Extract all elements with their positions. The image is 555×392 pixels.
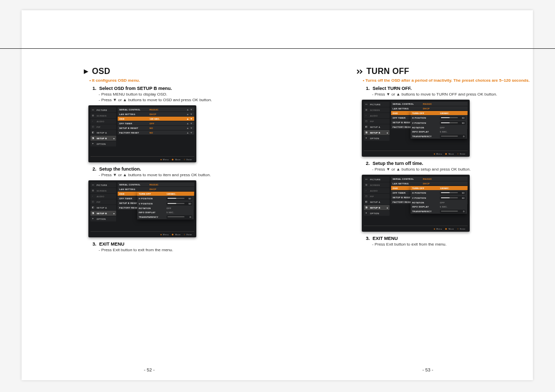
left-column: OSD It configures OSD menu. 1. Select OS… [83,67,304,253]
nav-screen: ▦SCREEN [90,113,116,118]
step-label: Select OSD from SETUP B menu. [99,86,172,91]
step-1: 1. Select OSD from SETUP B menu. [92,86,304,91]
osd-submenu: TURN OFF120SEC. H POSITION50 V POSITION5… [137,192,194,219]
substep: Press MENU button to display OSD. [99,92,304,97]
right-column: TURN OFF Turns off the OSD after a perio… [357,67,555,248]
step-number: 3. [92,241,97,247]
section-title-osd: OSD [83,67,304,76]
step-label: EXIT MENU [373,236,398,241]
step-label: Select TURN OFF. [373,86,412,91]
title-text: TURN OFF [366,67,409,76]
step-label: Setup the function. [99,166,141,172]
step-label: Setup the turn off time. [373,161,423,166]
nav-setupb: ◨SETUP B▸ [90,136,116,141]
osd-screenshot: ▭PICTURE ▦SCREEN ♪AUDIO ◫PIP ◧SETUP A ◨S… [362,175,470,232]
substep: Press ▼ or ▲ buttons to move to TURN OFF… [372,92,555,97]
page-number-right: - 53 - [422,367,433,372]
chevron-double-right-icon [357,69,363,74]
intro-text: It configures OSD menu. [89,78,304,83]
step-1: 1. Select TURN OFF. [366,86,555,91]
substep: Press Exit button to exit from the menu. [99,248,304,252]
substep: Press Exit button to exit from the menu. [372,242,555,247]
osd-content: SERIAL CONTROLRS232C▲ ▼ LAN SETTINGDHCP▲… [118,107,194,155]
nav-setupa: ◧SETUP A [90,130,116,135]
osd-submenu: TURN OFF120SEC. H POSITION50 V POSITION5… [411,111,467,139]
title-text: OSD [92,67,110,76]
intro-text: Turns off the OSD after a period of inac… [363,78,555,83]
step-2: 2. Setup the turn off time. [366,161,555,166]
nav-picture: ▭PICTURE [90,107,116,113]
triangle-right-icon [83,69,89,74]
row-osd-highlight: OSD120 SEC.▲ ▼ [118,117,194,121]
osd-screenshot: ▭PICTURE ▦SCREEN ♪AUDIO ◫PIP ◧SETUP A ◨S… [88,180,196,237]
osd-submenu: TURN OFF120SEC. H POSITION50 V POSITION5… [411,186,467,214]
step-3: 3. EXIT MENU [92,241,304,247]
section-title-turnoff: TURN OFF [357,67,555,76]
osd-nav: ▭PICTURE ▦SCREEN ♪AUDIO ◫PIP ◧SETUP A ◨S… [90,107,116,155]
step-2: 2. Setup the function. [92,166,304,172]
page-number-left: - 52 - [144,367,155,372]
nav-option: ✦OPTION [90,141,116,146]
osd-footer: ●Menu ◆Move ○Enter [90,156,194,162]
step-label: EXIT MENU [99,241,124,247]
substep: Press ▼ or ▲ buttons to move to OSD and … [99,98,304,102]
step-number: 1. [92,86,97,91]
substep: Press ▼ or ▲ buttons to move to item and… [99,173,304,177]
header-rule [0,48,555,49]
nav-audio: ♪AUDIO [90,119,116,124]
svg-marker-0 [84,69,88,74]
nav-pip: ◫PIP [90,124,116,129]
osd-screenshot: ▭PICTURE ▦SCREEN ♪AUDIO ◫PIP ◧SETUP A ◨S… [362,100,470,157]
step-number: 2. [92,166,97,172]
osd-screenshot: ▭PICTURE ▦SCREEN ♪AUDIO ◫PIP ◧SETUP A ◨S… [88,105,196,162]
substep: Press ▼ or ▲ buttons to setup and press … [372,167,555,172]
step-3: 3. EXIT MENU [366,236,555,241]
